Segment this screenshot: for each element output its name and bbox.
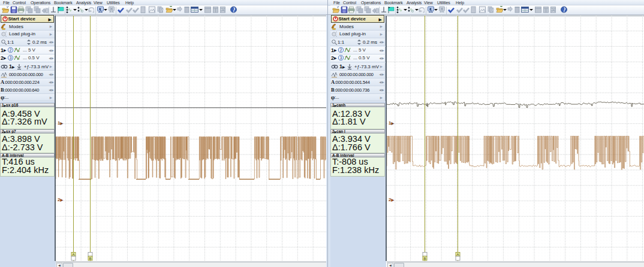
- svg-text:B: B: [423, 257, 426, 260]
- svg-text:A: A: [72, 253, 74, 256]
- svg-text:3: 3: [9, 56, 11, 60]
- svg-text:B: B: [89, 257, 91, 260]
- svg-text:2: 2: [9, 48, 11, 52]
- svg-text:3: 3: [339, 56, 342, 60]
- svg-text:2: 2: [339, 48, 342, 52]
- svg-text:A: A: [456, 253, 459, 256]
